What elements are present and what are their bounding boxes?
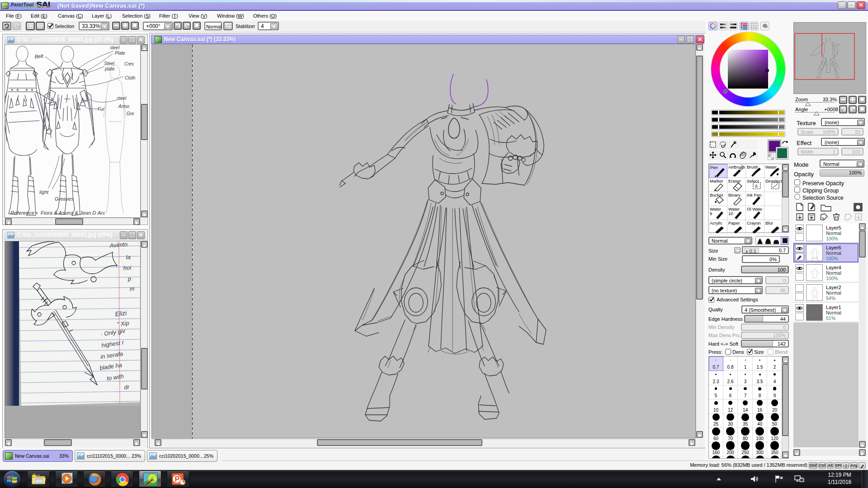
svg-text:Reference • Fiora & Asuna & J: Reference • Fiora & Asuna & Jean D Arc [10, 210, 105, 216]
svg-text:light: light [39, 189, 49, 195]
svg-text:Greaves: Greaves [55, 196, 74, 202]
svg-text:m: m [129, 285, 135, 292]
svg-text:Belt: Belt [34, 53, 44, 59]
svg-text:" Xip: " Xip [117, 319, 129, 328]
svg-text:steel: steel [117, 96, 127, 101]
svg-text:Plate: Plate [115, 51, 125, 56]
svg-text:Gre: Gre [127, 111, 134, 116]
svg-text:hoi: hoi [123, 264, 132, 272]
svg-text:Armo: Armo [118, 104, 129, 109]
svg-text:la: la [126, 253, 131, 261]
svg-text:P: P [175, 475, 180, 483]
svg-text:Fur: Fur [98, 107, 105, 112]
svg-text:Steel: Steel [104, 61, 115, 66]
svg-text:S: S [755, 184, 758, 188]
svg-text:Cloth: Cloth [125, 75, 136, 80]
svg-text:plate: plate [104, 66, 115, 71]
svg-text:Cres: Cres [124, 61, 134, 66]
svg-text:steel: steel [110, 45, 120, 50]
svg-text:Elizi: Elizi [115, 309, 127, 318]
svg-text:p: p [127, 275, 132, 282]
